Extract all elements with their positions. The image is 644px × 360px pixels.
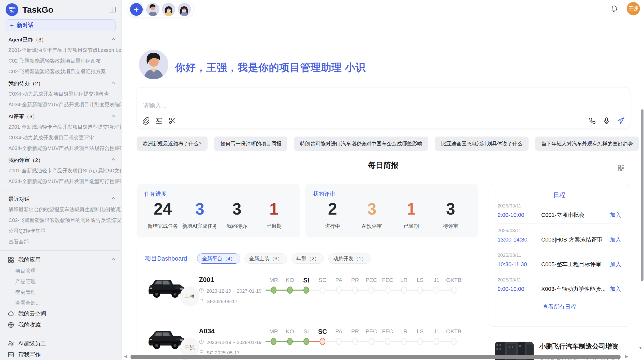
sidebar-item-my-apps[interactable]: 我的应用 [0,254,121,265]
suggestion-chip[interactable]: 欧洲新规最近颁布了什么? [137,137,208,151]
milestone-node [287,338,293,345]
chevron-up-icon[interactable] [111,80,116,87]
send-icon[interactable] [617,117,625,125]
milestone-connector [422,290,428,291]
conversation-item[interactable]: Z001-全新燃油轻卡产品开发项目SI造型提交物评审 [0,122,121,132]
project-dates: 2023-12-19 ~ 2026-01-19 [207,340,261,345]
sidebar-item-help-me-write[interactable]: 帮我写作 [0,349,121,360]
milestone-node-area [266,336,282,348]
chevron-up-icon[interactable] [111,113,116,120]
milestone-connector [390,341,396,342]
scroll-down-arrow[interactable]: ▼ [638,346,642,350]
project-code: A034 [199,327,266,335]
milestone-column: PR [347,276,363,315]
milestone-track: MRKOSISCPAPRPECFECLRLSJ1OKTB [266,274,470,315]
conversation-item[interactable]: A034-全新新能源MUV产品开发项目法规符合性评审 [0,143,121,154]
conversation-item[interactable]: Z001-全新燃油轻卡产品开发项目SI节点属性5D文件评审 [0,165,121,176]
sidebar-collapse-icon[interactable] [109,6,116,13]
sidebar-section-header[interactable]: AI评审（3） [0,111,121,122]
event-time: 9:00-10:00 [497,286,541,292]
milestone-label: FEC [379,276,396,284]
conversation-item[interactable]: C0X4-动力总成开发项目SI里程碑提交物检查 [0,88,121,99]
chevron-up-icon[interactable] [111,256,116,263]
project-media: 王强 [145,274,199,315]
milestone-label: LS [412,327,428,336]
conversation-item[interactable]: C0X4-动力总成开发项目工程变更评审 [0,132,121,143]
join-link[interactable]: 加入 [610,261,621,268]
filter-chip[interactable]: 全新上装（3） [244,253,287,264]
agent-avatar-3[interactable] [178,3,191,16]
sidebar-section-header[interactable]: Agent已办（3） [0,35,121,45]
suggestion-chip[interactable]: 特朗普可能对进口汽车增税会对中国车企造成哪些影响 [294,137,428,151]
join-link[interactable]: 加入 [610,211,621,219]
item-label: AI超级员工 [18,340,46,347]
suggestion-chip[interactable]: 当下年轻人对汽车外观有怎样的喜好趋势 [535,137,639,151]
milestone-node [271,338,276,345]
scroll-right-arrow[interactable]: ▶ [625,354,628,359]
app-sub-item[interactable]: 变更管理 [0,287,121,297]
recent-chat-item[interactable]: 解释最新出台的欧盟报废车法规再生塑料比例被调至15%... [0,204,121,215]
sidebar-item-favorites[interactable]: 我的收藏 [0,319,121,331]
filter-chip[interactable]: 年型（2） [291,253,324,264]
stat-label: 待评审 [431,223,470,230]
scroll-left-arrow[interactable]: ◀ [124,354,127,359]
conversation-item[interactable]: A034-全新新能源MUV产品开发项目造型可行性评审 [0,176,121,187]
chevron-up-icon[interactable] [111,157,116,164]
conversation-item[interactable]: C02-飞腾新能源轻客改款项目立项汇报方案 [0,66,121,77]
milestone-connector [282,290,288,291]
phone-icon[interactable] [589,117,596,125]
agent-pill-group: + [128,2,194,17]
milestone-node [369,338,374,345]
milestone-connector [341,341,347,342]
app-sub-item[interactable]: 产品管理 [0,276,121,287]
add-agent-ring[interactable]: + [129,2,144,17]
truck-image [145,275,186,301]
horizontal-scrollbar[interactable] [130,355,621,359]
agent-avatar-1[interactable] [146,3,159,16]
milestone-label: SI [298,276,314,284]
view-all-schedule-link[interactable]: 查看所有日程 [497,297,621,311]
new-chat-button[interactable]: + 新对话 [6,19,116,31]
project-row[interactable]: 王强Z0012023-12-19 ~ 2027-01-19SI-2025-05-… [145,274,470,315]
milestone-node-area [331,284,347,297]
milestone-connector [379,290,385,291]
app-sub-item[interactable]: 项目管理 [0,265,121,276]
suggestion-chip[interactable]: 比亚迪全固态电池计划具体说了什么 [435,137,529,151]
add-agent-button[interactable]: + [130,3,143,16]
chevron-up-icon[interactable] [111,36,116,43]
paperclip-icon[interactable] [142,117,150,125]
user-avatar[interactable]: 王强 [627,2,640,15]
join-link[interactable]: 加入 [610,285,621,293]
milestone-connector [396,290,402,291]
chat-input[interactable] [142,102,499,109]
image-icon[interactable] [155,117,163,125]
recent-chat-item[interactable]: 公司Q3轻卡销量 [0,226,121,236]
event-name: C003|H0B-方案冻结评审 [541,236,607,244]
recent-chats-header[interactable]: 最近对话 [0,194,121,204]
chevron-up-icon[interactable] [111,196,116,203]
app-sub-item[interactable]: 查看全部... [0,297,121,308]
vertical-scrollbar[interactable] [641,109,643,281]
sidebar-item-cloud-space[interactable]: 我的云空间 [0,308,121,319]
conversation-item[interactable]: C02-飞腾新能源轻客改款项目里程碑画布 [0,55,121,66]
filter-chip[interactable]: 全新平台（4） [197,253,240,264]
recent-chat-item[interactable]: 查看全部... [0,236,121,247]
join-link[interactable]: 加入 [610,236,621,244]
conversation-item[interactable]: A034-全新新能源MUV产品开发项目计划变更表编写 [0,99,121,110]
conversation-item[interactable]: Z001-全新燃油皮卡产品开发项目SI节点Lesson Learn报告 [0,45,121,55]
recent-chat-item[interactable]: C02-飞腾新能源轻客改款项目的闭环通告反馈情况 [0,215,121,226]
agent-avatar-2[interactable] [162,3,175,16]
ai-staff-icon [8,340,14,347]
sidebar-item-ai-super-staff[interactable]: AI超级员工 [0,338,121,349]
microphone-icon[interactable] [603,117,610,125]
suggestion-chip[interactable]: 如何写一份清晰的项目周报 [214,137,287,151]
sidebar-section-header[interactable]: 我的评审（2） [0,155,121,165]
filter-chip[interactable]: 动总开发（1） [328,253,371,264]
milestone-node [320,338,325,345]
scissors-icon[interactable] [168,117,176,125]
project-dashboard-card: 项目Dashboard 全新平台（4）全新上装（3）年型（2）动总开发（1） 王… [137,247,478,360]
sidebar-section-header[interactable]: 我的待办（2） [0,78,121,88]
notification-bell-icon[interactable] [610,5,618,12]
sidebar: Task Go TaskGo + 新对话 Agent已办（3）Z001-全新燃油… [0,0,122,360]
layout-grid-icon[interactable] [617,164,625,172]
